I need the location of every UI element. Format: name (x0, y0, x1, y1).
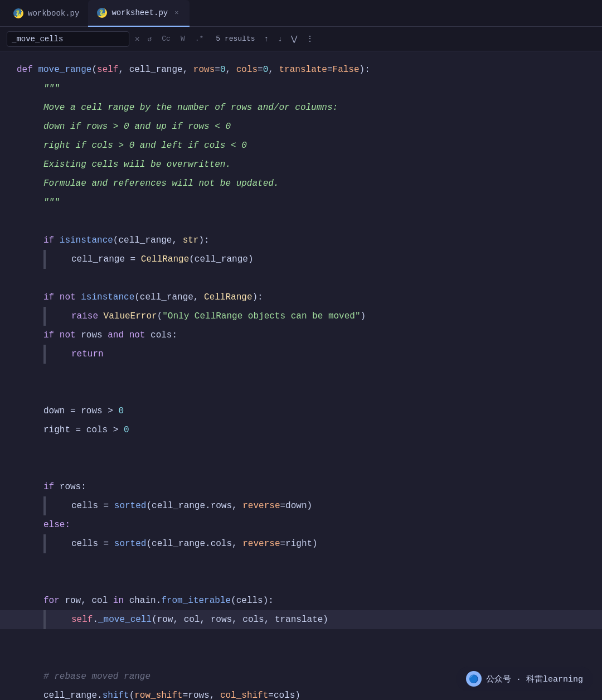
code-line-blank3 (0, 364, 602, 383)
code-line-20: cells = sorted(cell_range.cols, reverse=… (0, 534, 602, 553)
code-line-9: if isinstance(cell_range, str): (0, 231, 602, 250)
search-filter-btn[interactable]: ⋁ (288, 33, 300, 45)
watermark-icon: 🔵 (466, 671, 482, 687)
search-navigation: ↑ ↓ ⋁ ⋮ (261, 33, 318, 45)
code-line-8: """ (0, 193, 602, 212)
code-line-3: Move a cell range by the number of rows … (0, 98, 602, 117)
code-line-16: right = cols > 0 (0, 421, 602, 440)
search-clear-icon[interactable]: ✕ (135, 34, 139, 44)
tab-worksheet-label: worksheet.py (111, 8, 168, 17)
tab-bar: 🐍 workbook.py 🐍 worksheet.py ✕ (0, 0, 602, 27)
block-indicator-1 (43, 250, 46, 269)
code-line-17: if rows: (0, 477, 602, 496)
fn-move-range: move_range (38, 61, 91, 79)
code-line-19: else: (0, 515, 602, 534)
python-icon-workbook: 🐍 (13, 8, 23, 18)
block-indicator-2 (43, 307, 46, 326)
code-line-blank1 (0, 212, 602, 231)
code-line-4: down if rows > 0 and up if rows < 0 (0, 117, 602, 136)
search-refresh-icon[interactable]: ↺ (145, 33, 154, 45)
python-icon-worksheet: 🐍 (97, 8, 107, 18)
code-line-blank7 (0, 553, 602, 572)
code-line-blank2 (0, 269, 602, 288)
code-line-10: cell_range = CellRange(cell_range) (0, 250, 602, 269)
watermark-text: 公众号 · 科雷learning (486, 674, 583, 684)
block-indicator-6 (43, 610, 46, 629)
kw-def: def (17, 61, 38, 79)
search-prev-btn[interactable]: ↑ (261, 33, 272, 45)
code-line-22: self._move_cell(row, col, rows, cols, tr… (0, 610, 602, 629)
code-line-1: def move_range(self, cell_range, rows=0,… (0, 60, 602, 79)
code-line-12: raise ValueError("Only CellRange objects… (0, 307, 602, 326)
search-bar: ✕ ↺ Cc W .* 5 results ↑ ↓ ⋁ ⋮ (0, 27, 602, 51)
code-line-2: """ (0, 79, 602, 98)
search-more-btn[interactable]: ⋮ (303, 33, 317, 45)
code-line-blank4 (0, 383, 602, 402)
code-line-21: for row, col in chain.from_iterable(cell… (0, 591, 602, 610)
watermark: 🔵 公众号 · 科雷learning (456, 667, 593, 691)
code-line-blank9 (0, 629, 602, 648)
code-line-blank10 (0, 648, 602, 667)
search-word-btn[interactable]: W (178, 33, 187, 44)
code-area: def move_range(self, cell_range, rows=0,… (0, 51, 602, 700)
search-cc-btn[interactable]: Cc (159, 33, 173, 44)
code-line-blank5 (0, 440, 602, 458)
tab-workbook[interactable]: 🐍 workbook.py (4, 0, 88, 27)
code-line-13: if not rows and not cols: (0, 326, 602, 345)
search-next-btn[interactable]: ↓ (274, 33, 285, 45)
code-line-15: down = rows > 0 (0, 402, 602, 421)
search-regex-btn[interactable]: .* (193, 33, 206, 44)
block-indicator-3 (43, 345, 46, 364)
code-line-11: if not isinstance(cell_range, CellRange)… (0, 288, 602, 307)
code-line-5: right if cols > 0 and left if cols < 0 (0, 136, 602, 155)
tab-workbook-label: workbook.py (28, 9, 79, 18)
block-indicator-5 (43, 534, 46, 553)
code-line-blank6 (0, 458, 602, 477)
code-line-6: Existing cells will be overwritten. (0, 155, 602, 174)
tab-close-icon[interactable]: ✕ (172, 7, 181, 18)
block-indicator-4 (43, 496, 46, 515)
code-line-14: return (0, 345, 602, 364)
search-results: 5 results (216, 35, 255, 43)
code-line-7: Formulae and references will not be upda… (0, 174, 602, 193)
code-line-18: cells = sorted(cell_range.rows, reverse=… (0, 496, 602, 515)
tab-worksheet[interactable]: 🐍 worksheet.py ✕ (88, 0, 190, 27)
search-input[interactable] (7, 31, 129, 47)
code-line-blank8 (0, 572, 602, 591)
